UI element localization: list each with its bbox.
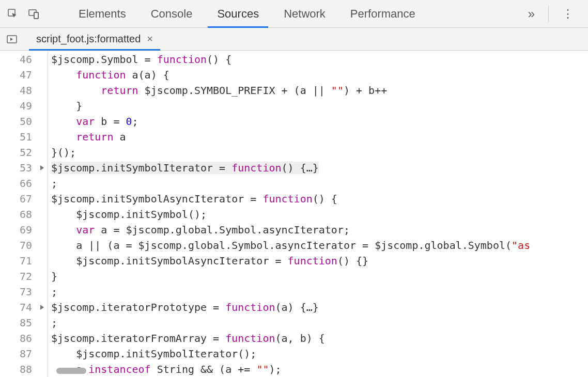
fold-cell bbox=[36, 129, 48, 145]
code-line[interactable]: a || (a = $jscomp.global.Symbol.asyncIte… bbox=[51, 238, 588, 253]
file-tab-script-foot[interactable]: script_foot.js:formatted × bbox=[29, 28, 160, 50]
code-line[interactable]: } bbox=[51, 98, 588, 114]
tab-sources[interactable]: Sources bbox=[205, 0, 271, 27]
line-number[interactable]: 53 bbox=[0, 160, 32, 176]
line-number[interactable]: 47 bbox=[0, 67, 32, 83]
line-number-gutter: 4647484950515253666768697071727374858687… bbox=[0, 51, 36, 377]
horizontal-scrollbar-thumb[interactable] bbox=[56, 368, 86, 374]
fold-cell bbox=[36, 315, 48, 331]
toolbar-divider bbox=[548, 6, 549, 22]
fold-triangle-icon[interactable] bbox=[40, 165, 44, 170]
panel-tabset: Elements Console Sources Network Perform… bbox=[66, 0, 523, 27]
fold-cell bbox=[36, 114, 48, 129]
fold-cell bbox=[36, 284, 48, 300]
fold-cell bbox=[36, 207, 48, 222]
tab-elements[interactable]: Elements bbox=[66, 0, 138, 27]
code-line[interactable]: } bbox=[51, 269, 588, 284]
code-line[interactable]: ; bbox=[51, 284, 588, 300]
code-line[interactable]: $jscomp.initSymbolAsyncIterator = functi… bbox=[51, 253, 588, 269]
customize-devtools-icon[interactable]: ⋮ bbox=[557, 4, 580, 24]
line-number[interactable]: 86 bbox=[0, 331, 32, 346]
line-number[interactable]: 68 bbox=[0, 207, 32, 222]
fold-cell bbox=[36, 98, 48, 114]
svg-rect-2 bbox=[34, 12, 38, 19]
fold-cell bbox=[36, 346, 48, 362]
code-line[interactable]: function a(a) { bbox=[51, 67, 588, 83]
tab-network[interactable]: Network bbox=[271, 0, 338, 27]
code-editor[interactable]: 4647484950515253666768697071727374858687… bbox=[0, 51, 588, 377]
close-file-tab-icon[interactable]: × bbox=[147, 33, 153, 45]
show-navigator-icon[interactable] bbox=[4, 32, 20, 47]
devtools-toolbar: Elements Console Sources Network Perform… bbox=[0, 0, 588, 28]
code-line[interactable]: $jscomp.initSymbolIterator = function() … bbox=[51, 160, 588, 176]
fold-cell bbox=[36, 83, 48, 98]
line-number[interactable]: 70 bbox=[0, 238, 32, 253]
line-number[interactable]: 85 bbox=[0, 315, 32, 331]
code-line[interactable]: ; bbox=[51, 315, 588, 331]
fold-cell bbox=[36, 269, 48, 284]
line-number[interactable]: 52 bbox=[0, 145, 32, 160]
fold-cell bbox=[36, 145, 48, 160]
fold-gutter bbox=[36, 51, 48, 377]
line-number[interactable]: 72 bbox=[0, 269, 32, 284]
code-line[interactable]: $jscomp.initSymbolIterator(); bbox=[51, 346, 588, 362]
fold-cell bbox=[36, 253, 48, 269]
line-number[interactable]: 51 bbox=[0, 129, 32, 145]
code-line[interactable]: var a = $jscomp.global.Symbol.asyncItera… bbox=[51, 222, 588, 238]
code-line[interactable]: $jscomp.initSymbolAsyncIterator = functi… bbox=[51, 191, 588, 207]
line-number[interactable]: 66 bbox=[0, 176, 32, 191]
fold-cell bbox=[36, 176, 48, 191]
inspect-element-icon[interactable] bbox=[4, 5, 22, 23]
line-number[interactable]: 49 bbox=[0, 98, 32, 114]
code-line[interactable]: $jscomp.Symbol = function() { bbox=[51, 52, 588, 67]
tab-performance[interactable]: Performance bbox=[338, 0, 428, 27]
file-tab-label: script_foot.js:formatted bbox=[36, 33, 141, 45]
line-number[interactable]: 88 bbox=[0, 362, 32, 377]
code-line[interactable]: return a bbox=[51, 129, 588, 145]
fold-cell bbox=[36, 331, 48, 346]
code-line[interactable]: $jscomp.iteratorFromArray = function(a, … bbox=[51, 331, 588, 346]
tab-console[interactable]: Console bbox=[138, 0, 205, 27]
fold-cell[interactable] bbox=[36, 300, 48, 315]
code-line[interactable]: var b = 0; bbox=[51, 114, 588, 129]
code-line[interactable]: ; bbox=[51, 176, 588, 191]
fold-cell[interactable] bbox=[36, 160, 48, 176]
line-number[interactable]: 71 bbox=[0, 253, 32, 269]
code-line[interactable]: return $jscomp.SYMBOL_PREFIX + (a || "")… bbox=[51, 83, 588, 98]
fold-cell bbox=[36, 52, 48, 67]
fold-cell bbox=[36, 238, 48, 253]
fold-cell bbox=[36, 222, 48, 238]
code-line[interactable]: $jscomp.initSymbol(); bbox=[51, 207, 588, 222]
code-line[interactable]: a instanceof String && (a += ""); bbox=[51, 362, 588, 377]
fold-triangle-icon[interactable] bbox=[40, 305, 44, 310]
fold-cell bbox=[36, 67, 48, 83]
code-line[interactable]: }(); bbox=[51, 145, 588, 160]
more-tabs-icon[interactable]: » bbox=[523, 4, 540, 24]
line-number[interactable]: 74 bbox=[0, 300, 32, 315]
fold-cell bbox=[36, 191, 48, 207]
toggle-device-toolbar-icon[interactable] bbox=[25, 5, 42, 23]
toolbar-overflow-area: » ⋮ bbox=[523, 4, 584, 24]
code-body[interactable]: $jscomp.Symbol = function() { function a… bbox=[48, 51, 588, 377]
line-number[interactable]: 46 bbox=[0, 52, 32, 67]
line-number[interactable]: 69 bbox=[0, 222, 32, 238]
line-number[interactable]: 73 bbox=[0, 284, 32, 300]
line-number[interactable]: 87 bbox=[0, 346, 32, 362]
fold-cell bbox=[36, 362, 48, 377]
line-number[interactable]: 67 bbox=[0, 191, 32, 207]
code-line[interactable]: $jscomp.iteratorPrototype = function(a) … bbox=[51, 300, 588, 315]
line-number[interactable]: 48 bbox=[0, 83, 32, 98]
line-number[interactable]: 50 bbox=[0, 114, 32, 129]
sources-file-strip: script_foot.js:formatted × bbox=[0, 28, 588, 51]
